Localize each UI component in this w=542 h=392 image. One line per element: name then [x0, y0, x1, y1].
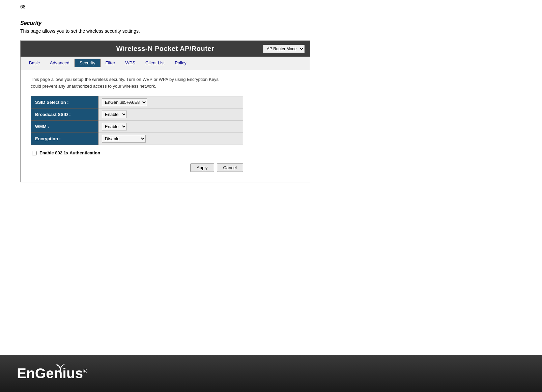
- logo-en: En: [17, 365, 35, 381]
- cancel-button[interactable]: Cancel: [217, 163, 243, 172]
- encryption-value: Disable WEP WPA WPA2: [98, 133, 243, 145]
- intro-text: This page allows you setup the wireless …: [31, 76, 300, 89]
- security-form-table: SSID Selection : EnGenius5FA6E8 Broadcas…: [31, 96, 243, 145]
- mode-selector: AP Router Mode: [263, 45, 305, 53]
- footer: EnGenius®: [0, 355, 542, 392]
- tab-policy[interactable]: Policy: [170, 59, 192, 67]
- tab-filter[interactable]: Filter: [101, 59, 120, 67]
- tab-client-list[interactable]: Client List: [140, 59, 170, 67]
- tab-security[interactable]: Security: [75, 59, 101, 67]
- wmm-select[interactable]: Enable Disable: [102, 123, 127, 130]
- broadcast-ssid-value: Enable Disable: [98, 109, 243, 121]
- encryption-label: Encryption :: [31, 133, 98, 145]
- router-ui-frame: Wireless-N Pocket AP/Router AP Router Mo…: [20, 40, 310, 182]
- logo-text: EnGenius®: [17, 365, 87, 382]
- wifi-arc-icon: [55, 364, 65, 371]
- section-title: Security: [20, 20, 522, 26]
- apply-button[interactable]: Apply: [190, 163, 214, 172]
- tab-wps[interactable]: WPS: [120, 59, 140, 67]
- ssid-selection-label: SSID Selection :: [31, 96, 98, 109]
- button-row: Apply Cancel: [31, 163, 243, 172]
- page-number: 68: [20, 4, 26, 9]
- tab-basic[interactable]: Basic: [24, 59, 45, 67]
- broadcast-ssid-select[interactable]: Enable Disable: [102, 111, 127, 118]
- section-description: This page allows you to set the wireless…: [20, 28, 522, 34]
- router-body: This page allows you setup the wireless …: [21, 69, 310, 182]
- wmm-value: Enable Disable: [98, 121, 243, 133]
- router-header: Wireless-N Pocket AP/Router AP Router Mo…: [21, 41, 310, 57]
- ssid-selection-row: SSID Selection : EnGenius5FA6E8: [31, 96, 243, 109]
- main-content: Security This page allows you to set the…: [20, 20, 522, 182]
- logo-container: EnGenius®: [17, 365, 87, 382]
- encryption-select[interactable]: Disable WEP WPA WPA2: [102, 135, 146, 143]
- ssid-selection-value: EnGenius5FA6E8: [98, 96, 243, 109]
- auth-checkbox-row: Enable 802.1x Authentication: [31, 150, 300, 155]
- nav-tabs: Basic Advanced Security Filter WPS Clien…: [21, 57, 310, 69]
- tab-advanced[interactable]: Advanced: [45, 59, 75, 67]
- encryption-row: Encryption : Disable WEP WPA WPA2: [31, 133, 243, 145]
- ssid-selection-select[interactable]: EnGenius5FA6E8: [102, 98, 147, 106]
- auth-checkbox-label: Enable 802.1x Authentication: [39, 150, 100, 155]
- auth-checkbox[interactable]: [32, 151, 37, 155]
- mode-select[interactable]: AP Router Mode: [263, 45, 305, 53]
- registered-symbol: ®: [83, 368, 87, 374]
- wmm-label: WMM :: [31, 121, 98, 133]
- broadcast-ssid-label: Broadcast SSID :: [31, 109, 98, 121]
- router-header-title: Wireless-N Pocket AP/Router: [116, 45, 214, 53]
- wmm-row: WMM : Enable Disable: [31, 121, 243, 133]
- broadcast-ssid-row: Broadcast SSID : Enable Disable: [31, 109, 243, 121]
